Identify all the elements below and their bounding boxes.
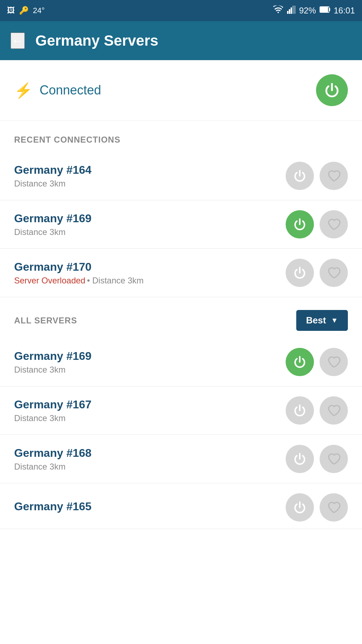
power-button-170[interactable] [286, 259, 314, 287]
all-server-info-169: Germany #169 Distance 3km [14, 350, 286, 375]
all-favorite-button-168[interactable] [320, 445, 348, 473]
battery-percent: 92% [299, 6, 316, 16]
sort-arrow-icon: ▼ [331, 316, 338, 324]
server-distance-164: Distance 3km [14, 179, 286, 189]
favorite-button-164[interactable] [320, 162, 348, 190]
all-server-distance-168: Distance 3km [14, 462, 286, 472]
server-info-169: Germany #169 Distance 3km [14, 212, 286, 237]
all-server-info-168: Germany #168 Distance 3km [14, 447, 286, 472]
server-info-170: Germany #170 Server Overloaded • Distanc… [14, 260, 286, 286]
server-name-169: Germany #169 [14, 212, 286, 225]
overloaded-label-170: Server Overloaded [14, 276, 85, 285]
battery-icon [320, 6, 330, 16]
recent-server-item-164: Germany #164 Distance 3km [0, 152, 362, 200]
page-title: Germany Servers [35, 32, 158, 49]
all-server-name-165: Germany #165 [14, 500, 286, 513]
signal-icon [287, 5, 296, 16]
main-power-button[interactable] [316, 74, 348, 106]
all-server-item-168: Germany #168 Distance 3km [0, 435, 362, 483]
svg-rect-2 [291, 7, 292, 14]
lightning-icon: ⚡ [14, 82, 33, 99]
connected-left: ⚡ Connected [14, 82, 101, 99]
favorite-button-170[interactable] [320, 259, 348, 287]
server-actions-164 [286, 162, 348, 190]
server-info-164: Germany #164 Distance 3km [14, 163, 286, 189]
header: ← Germany Servers [0, 21, 362, 60]
power-button-169[interactable] [286, 210, 314, 238]
main-content: ⚡ Connected RECENT CONNECTIONS Germany #… [0, 60, 362, 644]
all-servers-header-row: ALL SERVERS Best ▼ [0, 297, 362, 338]
key-icon: 🔑 [19, 6, 29, 15]
server-name-170: Germany #170 [14, 260, 286, 274]
server-distance-170: Distance 3km [92, 276, 144, 285]
all-favorite-button-167[interactable] [320, 396, 348, 425]
all-power-button-167[interactable] [286, 396, 314, 425]
server-name-164: Germany #164 [14, 163, 286, 177]
all-power-button-165[interactable] [286, 493, 314, 522]
all-power-button-168[interactable] [286, 445, 314, 473]
server-actions-170 [286, 259, 348, 287]
back-button[interactable]: ← [11, 33, 25, 49]
svg-rect-3 [292, 6, 294, 14]
all-server-name-167: Germany #167 [14, 398, 286, 411]
svg-rect-0 [287, 11, 288, 14]
svg-rect-1 [289, 9, 290, 14]
recent-server-item-169: Germany #169 Distance 3km [0, 200, 362, 249]
all-server-name-168: Germany #168 [14, 447, 286, 460]
all-server-item-167: Germany #167 Distance 3km [0, 386, 362, 435]
all-server-distance-169: Distance 3km [14, 365, 286, 375]
svg-rect-7 [320, 7, 328, 12]
server-status-170: Server Overloaded • Distance 3km [14, 276, 286, 286]
sort-best-label: Best [306, 315, 326, 326]
all-server-actions-168 [286, 445, 348, 473]
all-server-info-165: Germany #165 [14, 500, 286, 515]
all-power-button-169[interactable] [286, 348, 314, 376]
sort-best-button[interactable]: Best ▼ [296, 310, 348, 331]
server-actions-169 [286, 210, 348, 238]
recent-connections-header: RECENT CONNECTIONS [0, 121, 362, 152]
svg-rect-4 [294, 6, 296, 14]
all-server-actions-165 [286, 493, 348, 522]
wifi-icon [273, 5, 284, 16]
all-server-info-167: Germany #167 Distance 3km [14, 398, 286, 423]
all-server-name-169: Germany #169 [14, 350, 286, 363]
all-server-actions-169 [286, 348, 348, 376]
all-favorite-button-169[interactable] [320, 348, 348, 376]
temp-label: 24° [33, 6, 45, 15]
all-server-distance-167: Distance 3km [14, 413, 286, 423]
status-bar-right: 92% 16:01 [273, 5, 355, 16]
status-bar: 🖼 🔑 24° 92% 16:01 [0, 0, 362, 21]
svg-rect-6 [329, 8, 330, 11]
dot-separator-170: • [87, 276, 92, 285]
time-label: 16:01 [334, 6, 355, 16]
server-distance-169: Distance 3km [14, 227, 286, 237]
all-favorite-button-165[interactable] [320, 493, 348, 522]
all-servers-label: ALL SERVERS [14, 316, 77, 326]
recent-server-item-170: Germany #170 Server Overloaded • Distanc… [0, 249, 362, 297]
connection-status: Connected [40, 83, 101, 98]
all-server-item-169: Germany #169 Distance 3km [0, 338, 362, 386]
connected-row: ⚡ Connected [0, 60, 362, 121]
favorite-button-169-recent[interactable] [320, 210, 348, 238]
screen-icon: 🖼 [7, 6, 15, 15]
status-bar-left: 🖼 🔑 24° [7, 6, 45, 15]
all-server-actions-167 [286, 396, 348, 425]
power-button-164[interactable] [286, 162, 314, 190]
all-server-item-165: Germany #165 [0, 483, 362, 529]
